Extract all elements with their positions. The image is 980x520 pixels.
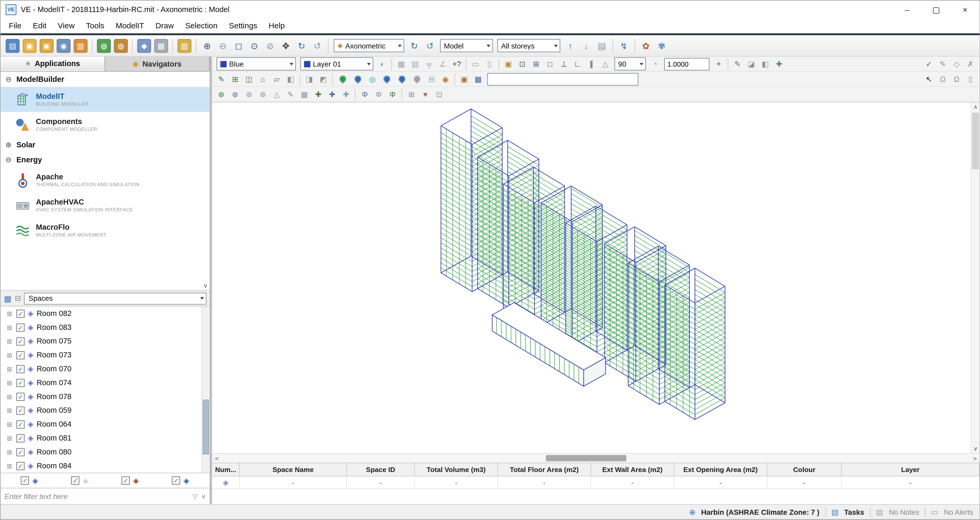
- edit-pencil-icon[interactable]: ✎: [731, 58, 744, 70]
- scroll-down-icon[interactable]: ∨: [971, 444, 980, 453]
- expand-icon[interactable]: ⊕: [5, 140, 13, 149]
- menu-selection[interactable]: Selection: [180, 18, 223, 33]
- copy-pin-blue[interactable]: [397, 74, 407, 84]
- rotate-view-icon[interactable]: ↺: [310, 38, 325, 53]
- col-space-name[interactable]: Space Name: [240, 463, 347, 477]
- storey-down-icon[interactable]: ↓: [579, 38, 594, 53]
- stamp-b-icon[interactable]: ▩: [472, 73, 485, 85]
- app-apache[interactable]: Apache THERMAL CALCULATION AND SIMULATIO…: [0, 167, 210, 192]
- draw-rect-icon[interactable]: □: [543, 58, 556, 70]
- menu-help[interactable]: Help: [263, 18, 290, 33]
- add-node-icon[interactable]: ✚: [773, 58, 786, 70]
- area-tool-icon[interactable]: △: [270, 88, 283, 100]
- marquee-v-icon[interactable]: ▯: [483, 58, 496, 70]
- col-ext-wall-area[interactable]: Ext Wall Area (m2): [591, 463, 675, 477]
- collapse-icon[interactable]: ⊖: [5, 156, 13, 164]
- scroll-right-icon[interactable]: >: [970, 454, 980, 463]
- ruler-icon[interactable]: ╤: [422, 58, 436, 70]
- merge-spaces-icon[interactable]: ◨: [303, 73, 316, 85]
- room-row[interactable]: ⊞✓◈Room 083: [0, 320, 210, 334]
- zoom-in-icon[interactable]: ⊕: [200, 38, 215, 53]
- tabular-data-icon[interactable]: ▦: [154, 39, 168, 53]
- angle-measure-icon[interactable]: ∠: [436, 58, 449, 70]
- expand-icon[interactable]: ⊞: [6, 338, 13, 345]
- open-copy-icon[interactable]: ▣: [40, 39, 54, 53]
- menu-modelit[interactable]: ModelIT: [110, 18, 150, 33]
- rotate-angle-icon[interactable]: ◔: [648, 58, 662, 70]
- canvas-horizontal-scrollbar[interactable]: < >: [212, 453, 980, 463]
- marquee-h-icon[interactable]: ▭: [469, 58, 482, 70]
- expand-icon[interactable]: ⊞: [6, 393, 13, 400]
- room-checkbox[interactable]: ✓: [16, 378, 24, 387]
- room-checkbox[interactable]: ✓: [16, 392, 24, 401]
- canvas-vertical-scrollbar[interactable]: ∧ ∨: [971, 103, 980, 453]
- layer-lamp-icon[interactable]: ◐: [376, 58, 389, 70]
- share-model-icon[interactable]: ◆: [137, 39, 151, 53]
- expand-icon[interactable]: ⊞: [6, 421, 13, 428]
- lasso-remove-icon[interactable]: Ω: [950, 73, 963, 85]
- scrollbar-thumb[interactable]: [546, 455, 627, 461]
- pointer-icon[interactable]: ↖: [922, 73, 935, 85]
- open-project-icon[interactable]: ▣: [22, 39, 37, 53]
- menu-draw[interactable]: Draw: [150, 18, 180, 33]
- save-model-icon[interactable]: ◉: [57, 39, 70, 53]
- pin-target-icon[interactable]: ◉: [439, 73, 452, 85]
- scroll-up-icon[interactable]: ∧: [971, 103, 980, 111]
- room-checkbox[interactable]: ✓: [16, 323, 24, 331]
- col-ext-opening-area[interactable]: Ext Opening Area (m2): [674, 463, 767, 477]
- favourite-icon[interactable]: ♥: [418, 88, 432, 100]
- scrollbar-thumb[interactable]: [203, 400, 209, 455]
- alerts-status[interactable]: No Alerts: [944, 508, 973, 516]
- clear-guides-icon[interactable]: ✗: [964, 58, 977, 70]
- scrollbar-thumb[interactable]: [972, 113, 979, 169]
- table-row[interactable]: ◈ - - - - - - - -: [212, 477, 980, 489]
- room-checkbox[interactable]: ✓: [16, 448, 24, 456]
- construction-lines-icon[interactable]: ◇: [950, 58, 963, 70]
- convert-a-icon[interactable]: Φ: [358, 88, 371, 100]
- survey-pin-icon[interactable]: ↯: [616, 38, 632, 53]
- group-modelbuilder[interactable]: ⊖ ModelBuilder: [0, 72, 210, 87]
- col-num[interactable]: Num...: [212, 463, 240, 477]
- grid-snap-icon[interactable]: ▤: [409, 58, 422, 70]
- scale-input[interactable]: [664, 58, 710, 70]
- room-checkbox[interactable]: ✓: [16, 365, 24, 373]
- place-pin-blue[interactable]: [353, 74, 363, 84]
- table-edit-icon[interactable]: ▦: [298, 88, 311, 100]
- visualisation-icon[interactable]: ✿: [638, 38, 654, 53]
- room-row[interactable]: ⊞✓◈Room 074: [0, 376, 210, 390]
- grid-icon[interactable]: ▦: [395, 58, 408, 70]
- zoom-window-icon[interactable]: ◻: [231, 38, 246, 53]
- group-solar[interactable]: ⊕ Solar: [0, 137, 210, 153]
- parallel-icon[interactable]: ∥: [585, 58, 598, 70]
- snap-star-icon[interactable]: ✦: [712, 58, 725, 70]
- move-pin-blue[interactable]: [382, 74, 391, 84]
- filter-chevron-icon[interactable]: ∨: [201, 493, 206, 499]
- expand-icon[interactable]: ⊞: [6, 434, 13, 441]
- group-energy[interactable]: ⊖ Energy: [0, 153, 210, 168]
- rotate-model-right-icon[interactable]: ↺: [422, 38, 438, 53]
- location-status[interactable]: Harbin (ASHRAE Climate Zone: 7 ): [701, 508, 819, 516]
- view-mode-select[interactable]: ◈Axonometric: [334, 39, 404, 52]
- filter-funnel-icon[interactable]: ▽: [192, 493, 197, 499]
- grid-view-icon[interactable]: ▦: [4, 294, 11, 303]
- maximize-button[interactable]: ▢: [922, 0, 951, 18]
- app-apachehvac[interactable]: ApacheHVAC HVAC SYSTEM SIMULATION INTERF…: [0, 192, 210, 218]
- category-spaces[interactable]: ✓◈: [21, 476, 38, 485]
- active-layer-select[interactable]: Layer 01: [300, 57, 373, 70]
- convert-c-icon[interactable]: Φ: [386, 88, 399, 100]
- angle-tool-icon[interactable]: △: [598, 58, 612, 70]
- tag-add-blue-icon[interactable]: ✚: [326, 88, 339, 100]
- room-checkbox[interactable]: ✓: [16, 309, 24, 318]
- browser-mode-select[interactable]: Spaces: [24, 293, 207, 304]
- room-row[interactable]: ⊞✓◈Room 073: [0, 348, 210, 362]
- col-colour[interactable]: Colour: [767, 463, 842, 477]
- filter-input[interactable]: [5, 493, 189, 500]
- lock-icon[interactable]: ▣: [502, 58, 515, 70]
- storey-up-icon[interactable]: ↑: [563, 38, 578, 53]
- snap-settings-icon[interactable]: ✓: [922, 58, 935, 70]
- draw-extrude-icon[interactable]: ✎: [215, 73, 228, 85]
- zoom-extents-icon[interactable]: ⊙: [247, 38, 262, 53]
- room-row[interactable]: ⊞✓◈Room 081: [0, 431, 210, 445]
- zoom-previous-icon[interactable]: ⊘: [262, 38, 278, 53]
- col-total-floor-area[interactable]: Total Floor Area (m2): [498, 463, 591, 477]
